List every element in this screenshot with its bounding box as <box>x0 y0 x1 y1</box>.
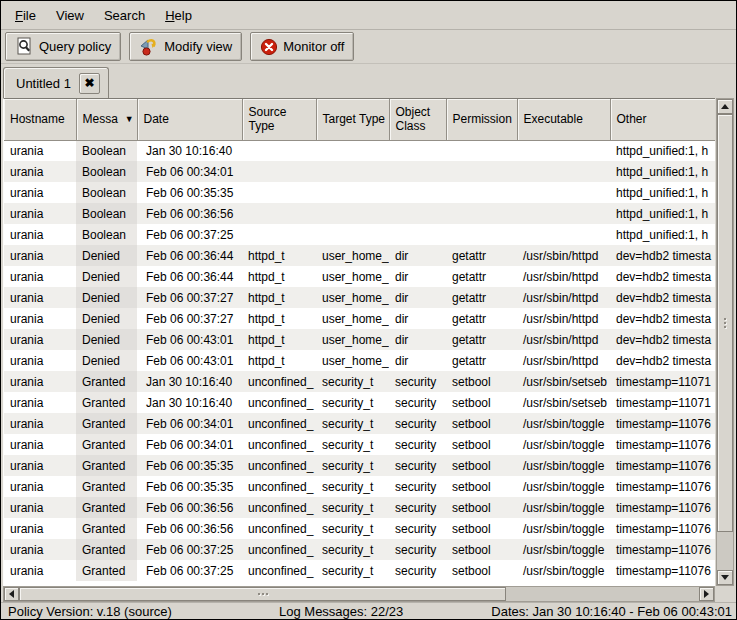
cell <box>517 161 610 182</box>
horizontal-scrollbar-thumb[interactable] <box>19 587 506 601</box>
menu-bar: File View Search Help <box>1 1 736 30</box>
cell: urania <box>4 560 76 581</box>
seaudit-window: File View Search Help Query policy <box>0 0 737 620</box>
cell <box>242 161 316 182</box>
menu-help[interactable]: Help <box>155 3 202 28</box>
table-row[interactable]: uraniaBooleanJan 30 10:16:40httpd_unifie… <box>4 140 715 161</box>
table-row[interactable]: uraniaGrantedFeb 06 00:37:25unconfined_s… <box>4 539 715 560</box>
cell: /usr/sbin/toggle <box>517 518 610 539</box>
table-row[interactable]: uraniaGrantedFeb 06 00:35:35unconfined_s… <box>4 455 715 476</box>
cell: Jan 30 10:16:40 <box>137 392 242 413</box>
arrow-up-icon <box>721 100 729 109</box>
cell: setbool <box>446 392 517 413</box>
cell: Granted <box>76 392 137 413</box>
column-header-object-class[interactable]: Object Class <box>389 99 446 140</box>
column-header-executable[interactable]: Executable <box>517 99 610 140</box>
log-messages-status: Log Messages: 22/23 <box>279 604 403 619</box>
cell: Granted <box>76 539 137 560</box>
cell <box>517 203 610 224</box>
cell <box>242 203 316 224</box>
scroll-down-button[interactable] <box>717 570 733 585</box>
menu-file[interactable]: File <box>5 3 46 28</box>
tab-close-button[interactable]: ✖ <box>79 73 100 94</box>
modify-view-label: Modify view <box>164 39 232 54</box>
cell: urania <box>4 497 76 518</box>
cell <box>517 224 610 245</box>
table-row[interactable]: uraniaDeniedFeb 06 00:36:44httpd_tuser_h… <box>4 266 715 287</box>
table-row[interactable]: uraniaGrantedFeb 06 00:34:01unconfined_s… <box>4 434 715 455</box>
scroll-left-button[interactable] <box>4 587 19 601</box>
cell: getattr <box>446 308 517 329</box>
table-row[interactable]: uraniaDeniedFeb 06 00:43:01httpd_tuser_h… <box>4 329 715 350</box>
cell: unconfined_ <box>242 455 316 476</box>
cell: Feb 06 00:43:01 <box>137 329 242 350</box>
modify-view-button[interactable]: Modify view <box>129 32 242 61</box>
cell: /usr/sbin/httpd <box>517 245 610 266</box>
vertical-scrollbar[interactable] <box>716 98 734 586</box>
cell: Granted <box>76 434 137 455</box>
scroll-up-button[interactable] <box>717 99 733 114</box>
cell: security_t <box>316 413 389 434</box>
menu-view[interactable]: View <box>46 3 94 28</box>
table-row[interactable]: uraniaGrantedFeb 06 00:36:56unconfined_s… <box>4 497 715 518</box>
horizontal-scrollbar[interactable] <box>3 586 715 602</box>
table-row[interactable]: uraniaDeniedFeb 06 00:37:27httpd_tuser_h… <box>4 287 715 308</box>
column-header-date[interactable]: Date <box>137 99 242 140</box>
menu-search[interactable]: Search <box>94 3 155 28</box>
cell: Granted <box>76 518 137 539</box>
cell: urania <box>4 350 76 371</box>
cell: httpd_unified:1, h <box>610 203 715 224</box>
table-row[interactable]: uraniaDeniedFeb 06 00:43:01httpd_tuser_h… <box>4 350 715 371</box>
column-header-hostname[interactable]: Hostname <box>4 99 76 140</box>
column-header-source-type[interactable]: Source Type <box>242 99 316 140</box>
table-row[interactable]: uraniaGrantedFeb 06 00:34:01unconfined_s… <box>4 413 715 434</box>
cell: /usr/sbin/httpd <box>517 308 610 329</box>
table-row[interactable]: uraniaGrantedJan 30 10:16:40unconfined_s… <box>4 392 715 413</box>
cell: urania <box>4 182 76 203</box>
column-header-messa[interactable]: Messa▼ <box>76 99 137 140</box>
arrow-left-icon <box>5 590 14 598</box>
cell: user_home_ <box>316 245 389 266</box>
cell: security <box>389 434 446 455</box>
cell: security <box>389 497 446 518</box>
table-row[interactable]: uraniaGrantedJan 30 10:16:40unconfined_s… <box>4 371 715 392</box>
cell: urania <box>4 476 76 497</box>
column-header-permission[interactable]: Permission <box>446 99 517 140</box>
table-row[interactable]: uraniaBooleanFeb 06 00:36:56httpd_unifie… <box>4 203 715 224</box>
tab-label: Untitled 1 <box>16 76 71 91</box>
table-row[interactable]: uraniaGrantedFeb 06 00:37:25unconfined_s… <box>4 560 715 581</box>
cell: getattr <box>446 329 517 350</box>
cell: unconfined_ <box>242 371 316 392</box>
monitor-off-button[interactable]: Monitor off <box>250 32 354 61</box>
vertical-scrollbar-thumb[interactable] <box>717 114 733 532</box>
cell: Feb 06 00:35:35 <box>137 455 242 476</box>
scroll-right-button[interactable] <box>699 587 714 601</box>
cell: /usr/sbin/toggle <box>517 539 610 560</box>
cell: urania <box>4 203 76 224</box>
cell: user_home_ <box>316 308 389 329</box>
cell: /usr/sbin/setseb <box>517 371 610 392</box>
cell: Feb 06 00:37:25 <box>137 539 242 560</box>
table-row[interactable]: uraniaDeniedFeb 06 00:36:44httpd_tuser_h… <box>4 245 715 266</box>
cell: unconfined_ <box>242 560 316 581</box>
cell: timestamp=11071 <box>610 371 715 392</box>
table-row[interactable]: uraniaBooleanFeb 06 00:35:35httpd_unifie… <box>4 182 715 203</box>
column-header-target-type[interactable]: Target Type <box>316 99 389 140</box>
cell: setbool <box>446 560 517 581</box>
cell <box>316 161 389 182</box>
cell: Feb 06 00:34:01 <box>137 434 242 455</box>
table-row[interactable]: uraniaDeniedFeb 06 00:37:27httpd_tuser_h… <box>4 308 715 329</box>
cell: security_t <box>316 476 389 497</box>
table-row[interactable]: uraniaGrantedFeb 06 00:36:56unconfined_s… <box>4 518 715 539</box>
status-bar: Policy Version: v.18 (source) Log Messag… <box>1 602 736 619</box>
table-row[interactable]: uraniaBooleanFeb 06 00:34:01httpd_unifie… <box>4 161 715 182</box>
table-row[interactable]: uraniaBooleanFeb 06 00:37:25httpd_unifie… <box>4 224 715 245</box>
cell: unconfined_ <box>242 413 316 434</box>
table-row[interactable]: uraniaGrantedFeb 06 00:35:35unconfined_s… <box>4 476 715 497</box>
query-policy-button[interactable]: Query policy <box>5 32 121 61</box>
column-header-other[interactable]: Other <box>610 99 715 140</box>
cell <box>316 224 389 245</box>
cell: security_t <box>316 518 389 539</box>
cell: dev=hdb2 timesta <box>610 329 715 350</box>
tab-untitled-1[interactable]: Untitled 1 ✖ <box>3 67 109 98</box>
